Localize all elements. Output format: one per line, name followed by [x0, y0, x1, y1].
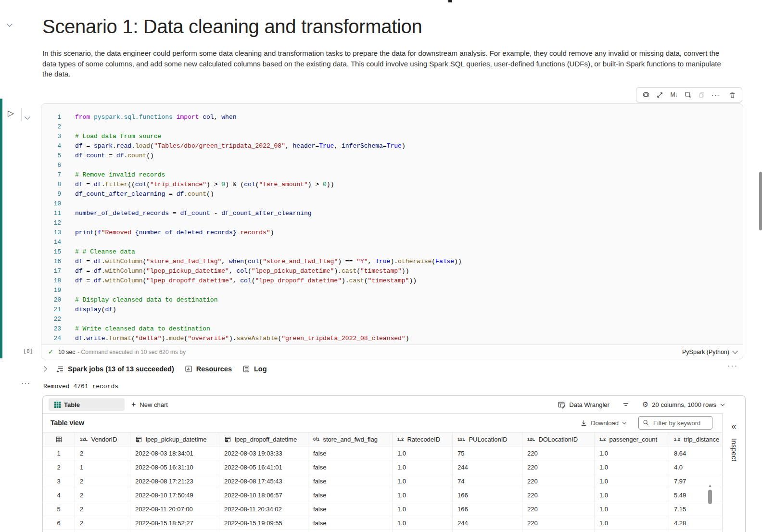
- code-text: # Remove invalid records: [61, 170, 165, 180]
- code-line[interactable]: 2: [41, 122, 743, 132]
- code-line[interactable]: 20# Display cleansed data to destination: [41, 295, 743, 305]
- table-row[interactable]: [43, 530, 723, 532]
- code-line[interactable]: 4df = spark.read.load("Tables/dbo/green_…: [41, 141, 743, 151]
- scroll-up-icon[interactable]: ▲: [708, 484, 712, 488]
- table-cell: 4.0: [669, 460, 720, 474]
- table-cell: 220: [522, 460, 595, 474]
- column-header-VendorID[interactable]: 12LVendorID: [75, 432, 130, 446]
- column-header-trip_distance[interactable]: 1.2trip_distance: [669, 432, 720, 446]
- expand-cell-button[interactable]: [653, 88, 667, 101]
- resources-toggle[interactable]: Resources: [185, 365, 232, 373]
- scrollbar-thumb[interactable]: [708, 490, 712, 504]
- code-line[interactable]: 3# Load data from source: [41, 132, 743, 141]
- table-row[interactable]: 622022-08-15 18:52:272022-08-15 19:09:55…: [43, 516, 723, 530]
- data-wrangler-button[interactable]: Data Wrangler: [558, 401, 610, 409]
- code-line[interactable]: 17df = df.withColumn("lpep_pickup_dateti…: [41, 266, 743, 276]
- calendar-clock-icon: [135, 436, 142, 443]
- run-divider: [21, 108, 22, 121]
- clear-output-button[interactable]: [681, 88, 695, 101]
- table-cell: [522, 530, 595, 532]
- line-number: 16: [41, 257, 61, 266]
- code-line[interactable]: 13print(f"Removed {number_of_deleted_rec…: [41, 228, 743, 238]
- spark-jobs-toggle[interactable]: Spark jobs (13 of 13 succeeded): [56, 365, 174, 373]
- table-cell: 2022-08-05 16:41:01: [219, 460, 308, 474]
- code-line[interactable]: 22: [41, 315, 743, 324]
- expand-inspect-button[interactable]: «: [731, 422, 736, 431]
- table-row[interactable]: 122022-08-03 18:34:012022-08-03 19:03:33…: [43, 446, 723, 460]
- more-output-actions-button[interactable]: ···: [727, 362, 738, 370]
- output-options-button[interactable]: ···: [21, 379, 30, 388]
- code-line[interactable]: 14: [41, 238, 743, 247]
- table-scrollbar[interactable]: ▲: [707, 484, 713, 504]
- table-row[interactable]: 322022-08-08 17:21:232022-08-08 17:45:43…: [43, 474, 723, 488]
- table-cell: 220: [522, 488, 595, 502]
- table-cell: 1: [43, 446, 75, 460]
- table-cell: 1.0: [393, 474, 453, 488]
- grid-summary-label: 20 columns, 1000 rows: [652, 401, 716, 408]
- column-header-lpep_pickup_datetime[interactable]: lpep_pickup_datetime: [130, 432, 219, 446]
- duplicate-cell-button[interactable]: [695, 88, 709, 101]
- column-header-lpep_dropoff_datetime[interactable]: lpep_dropoff_datetime: [219, 432, 308, 446]
- code-text: print(f"Removed {number_of_deleted_recor…: [61, 228, 274, 238]
- line-number: 2: [41, 122, 61, 132]
- code-line[interactable]: 23# Write cleansed data to destination: [41, 324, 743, 334]
- table-cell: false: [308, 488, 393, 502]
- page-scrollbar-thumb[interactable]: [759, 172, 762, 230]
- code-line[interactable]: 24df.write.format("delta").mode("overwri…: [41, 334, 743, 343]
- download-button[interactable]: Download: [580, 419, 626, 427]
- code-line[interactable]: 7# Remove invalid records: [41, 170, 743, 180]
- collapse-section-button[interactable]: [8, 19, 12, 28]
- code-line[interactable]: 5df_count = df.count(): [41, 151, 743, 161]
- chevron-down-icon: [25, 114, 30, 119]
- calendar-clock-icon: [224, 436, 231, 443]
- chevron-down-icon: [7, 21, 12, 26]
- keyword-filter-input[interactable]: [652, 417, 711, 429]
- code-line[interactable]: 8df = df.filter((col("trip_distance") > …: [41, 180, 743, 190]
- table-cell: 166: [453, 502, 522, 516]
- select-all-corner[interactable]: [43, 432, 75, 446]
- column-header-DOLocationID[interactable]: 12LDOLocationID: [522, 432, 595, 446]
- code-line[interactable]: 6: [41, 161, 743, 170]
- table-row[interactable]: 522022-08-11 20:07:002022-08-11 20:34:02…: [43, 502, 723, 516]
- run-options-button[interactable]: [25, 112, 29, 121]
- code-line[interactable]: 11number_of_deleted_records = df_count -…: [41, 209, 743, 218]
- table-cell: 2022-08-08 17:21:23: [130, 474, 219, 488]
- line-number: 17: [41, 266, 61, 276]
- filter-rows-button[interactable]: [622, 401, 630, 408]
- column-header-PULocationID[interactable]: 12LPULocationID: [453, 432, 522, 446]
- code-line[interactable]: 15# # Cleanse data: [41, 247, 743, 257]
- code-lines[interactable]: 1from pyspark.sql.functions import col, …: [41, 113, 743, 343]
- run-cell-button[interactable]: ▷: [8, 108, 14, 118]
- more-cell-actions-button[interactable]: ···: [709, 88, 723, 101]
- table-row[interactable]: 212022-08-05 16:31:102022-08-05 16:41:01…: [43, 460, 723, 474]
- code-text: # Write cleansed data to destination: [61, 324, 210, 334]
- convert-to-markdown-button[interactable]: M↓: [667, 88, 681, 101]
- column-header-RatecodeID[interactable]: 1.2RatecodeID: [393, 432, 453, 446]
- table-cell: 2: [75, 474, 130, 488]
- table-cell: [453, 530, 522, 532]
- column-header-store_and_fwd_flag[interactable]: 0/1store_and_fwd_flag: [308, 432, 393, 446]
- code-line[interactable]: 21display(df): [41, 305, 743, 315]
- log-toggle[interactable]: Log: [242, 365, 267, 373]
- code-line[interactable]: 16df = df.withColumn("store_and_fwd_flag…: [41, 257, 743, 266]
- page-title: Scenario 1: Data cleaning and transforma…: [42, 14, 422, 38]
- code-line[interactable]: 18df = df.withColumn("lpep_dropoff_datet…: [41, 276, 743, 286]
- copilot-button[interactable]: [639, 88, 653, 101]
- code-line[interactable]: 1from pyspark.sql.functions import col, …: [41, 113, 743, 122]
- column-header-passenger_count[interactable]: 1.2passenger_count: [595, 432, 669, 446]
- expand-jobs-chevron-icon[interactable]: [41, 366, 47, 371]
- tab-table[interactable]: Table: [49, 398, 125, 411]
- trash-icon: [729, 91, 736, 99]
- table-row[interactable]: 422022-08-10 17:50:492022-08-10 18:06:57…: [43, 488, 723, 502]
- markdown-icon: M↓: [671, 91, 677, 98]
- new-chart-button[interactable]: + New chart: [131, 400, 168, 409]
- code-line[interactable]: 9df_count_after_clearning = df.count(): [41, 190, 743, 199]
- code-line[interactable]: 19: [41, 286, 743, 295]
- delete-cell-button[interactable]: [725, 88, 739, 101]
- grid-settings-button[interactable]: ⚙ 20 columns, 1000 rows: [642, 401, 724, 408]
- chevron-down-icon: [622, 420, 626, 424]
- language-selector[interactable]: PySpark (Python): [682, 349, 737, 355]
- code-line[interactable]: 12: [41, 218, 743, 228]
- code-line[interactable]: 10: [41, 199, 743, 209]
- line-number: 15: [41, 247, 61, 257]
